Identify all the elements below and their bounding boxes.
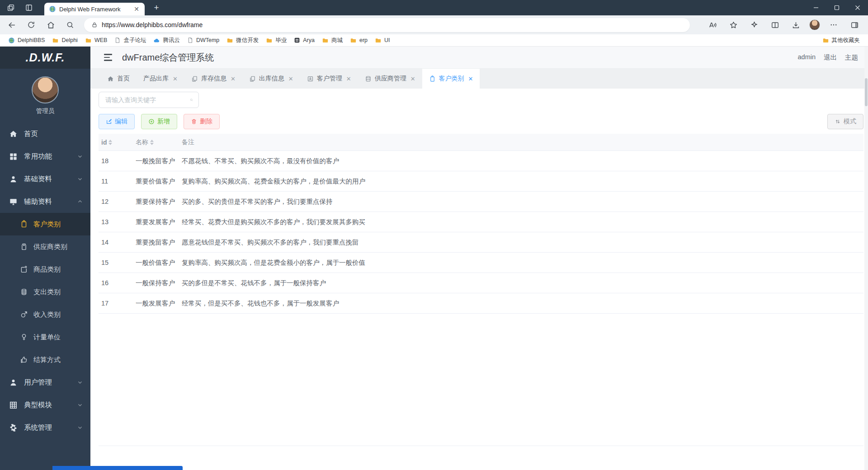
browser-essentials-icon[interactable] xyxy=(747,18,761,32)
delete-button[interactable]: 删除 xyxy=(184,114,220,129)
sidebar-item-customer-category[interactable]: 客户类别 xyxy=(0,213,90,235)
globe-favicon xyxy=(49,5,56,13)
bookmark-item[interactable]: 盒子论坛 xyxy=(111,35,150,46)
bookmark-item[interactable]: Delphi xyxy=(48,36,81,45)
logout-link[interactable]: 退出 xyxy=(824,53,837,62)
tab-outbound-info[interactable]: 出库信息 ✕ xyxy=(242,69,300,89)
table-row[interactable]: 18 一般挽留客户 不愿花钱、不常买、购买频次不高，最没有价值的客户 xyxy=(99,151,863,171)
browser-tab[interactable]: Delphi Web Framework ✕ xyxy=(44,3,145,15)
bookmark-item[interactable]: 商城 xyxy=(318,35,346,46)
sidebar-item-auxiliary-data[interactable]: 辅助资料 xyxy=(0,190,90,213)
sidebar-item-common-functions[interactable]: 常用功能 xyxy=(0,145,90,168)
bookmark-item[interactable]: WEB xyxy=(81,36,111,45)
new-tab-button[interactable]: + xyxy=(150,1,163,14)
page-scrollbar[interactable] xyxy=(864,47,868,470)
edit-button[interactable]: 编辑 xyxy=(99,114,135,129)
sort-icon[interactable] xyxy=(108,140,112,145)
bookmark-item[interactable]: DelphiBBS xyxy=(5,36,48,45)
tab-supplier-management[interactable]: 供应商管理 ✕ xyxy=(358,69,422,89)
bookmark-item[interactable]: 毕业 xyxy=(262,35,290,46)
data-table: id 名称 备注 18 一般挽留客户 xyxy=(99,134,863,314)
table-row[interactable]: 16 一般保持客户 买的多但是不常买、花钱不多，属于一般保持客户 xyxy=(99,273,863,293)
app-header: dwFrame综合管理系统 admin 退出 主题 xyxy=(90,47,868,69)
bookmark-item[interactable]: DWTemp xyxy=(184,36,223,45)
tab-inventory-info[interactable]: 库存信息 ✕ xyxy=(184,69,242,89)
bookmark-item[interactable]: 腾讯云 xyxy=(150,35,184,46)
scrollbar-thumb[interactable] xyxy=(865,78,868,106)
profile-avatar[interactable] xyxy=(809,19,820,30)
close-icon[interactable]: ✕ xyxy=(468,75,473,82)
tab-product-outbound[interactable]: 产品出库 ✕ xyxy=(137,69,184,89)
sidebar-toggle-icon[interactable] xyxy=(847,18,862,32)
tab-actions-icon[interactable] xyxy=(22,1,36,14)
avatar[interactable] xyxy=(32,76,59,103)
sidebar-item-settlement-method[interactable]: 结算方式 xyxy=(0,348,90,371)
close-icon[interactable]: ✕ xyxy=(288,75,293,82)
more-menu-icon[interactable] xyxy=(826,18,841,32)
menu-toggle-icon[interactable] xyxy=(104,54,114,61)
sidebar-item-system-management[interactable]: 系统管理 xyxy=(0,416,90,439)
other-favorites[interactable]: 其他收藏夹 xyxy=(819,35,864,46)
column-header-id[interactable]: id xyxy=(99,139,133,146)
close-window-icon[interactable] xyxy=(847,0,868,15)
downloads-icon[interactable] xyxy=(788,18,803,32)
table-row[interactable]: 15 一般价值客户 复购率高、购买频次高，但是花费金额小的客户，属于一般价值 xyxy=(99,253,863,273)
home-icon[interactable] xyxy=(43,18,58,32)
search-input[interactable] xyxy=(99,92,190,108)
badge-tag-icon xyxy=(20,220,28,228)
refresh-icon[interactable] xyxy=(24,18,39,32)
table-row[interactable]: 11 重要价值客户 复购率高、购买频次高、花费金额大的客户，是价值最大的用户 xyxy=(99,171,863,192)
tab-home[interactable]: 首页 xyxy=(100,69,137,89)
content-panel: 编辑 新增 删除 模式 id xyxy=(90,89,868,470)
bookmark-item[interactable]: Arya xyxy=(290,36,318,45)
column-header-name[interactable]: 名称 xyxy=(133,138,179,146)
header-user[interactable]: admin xyxy=(798,53,816,62)
page-icon xyxy=(114,37,121,43)
sidebar-item-product-category[interactable]: 商品类别 xyxy=(0,258,90,281)
sidebar-item-measure-unit[interactable]: 计量单位 xyxy=(0,326,90,348)
theme-link[interactable]: 主题 xyxy=(845,53,858,62)
close-icon[interactable]: ✕ xyxy=(410,75,415,82)
split-screen-icon[interactable] xyxy=(768,18,782,32)
sidebar-item-expense-category[interactable]: 支出类别 xyxy=(0,281,90,303)
search-icon[interactable] xyxy=(190,96,193,103)
table-row[interactable]: 13 重要发展客户 经常买、花费大但是购买频次不多的客户，我们要发展其多购买 xyxy=(99,212,863,232)
close-icon[interactable]: ✕ xyxy=(346,75,351,82)
female-icon xyxy=(20,333,28,341)
close-icon[interactable]: ✕ xyxy=(173,75,178,82)
search-icon[interactable] xyxy=(62,18,78,32)
bookmark-item[interactable]: erp xyxy=(346,36,371,45)
add-button[interactable]: 新增 xyxy=(141,114,177,129)
mode-button[interactable]: 模式 xyxy=(827,114,863,129)
tab-customer-management[interactable]: 客户管理 ✕ xyxy=(300,69,358,89)
sidebar-item-home[interactable]: 首页 xyxy=(0,122,90,145)
bookmark-item[interactable]: 微信开发 xyxy=(223,35,262,46)
sidebar-item-base-data[interactable]: 基础资料 xyxy=(0,168,90,190)
maximize-icon[interactable] xyxy=(826,0,847,15)
bookmark-item[interactable]: UI xyxy=(371,36,394,45)
monitor-icon xyxy=(9,197,18,206)
back-icon[interactable] xyxy=(4,18,19,32)
cell-name: 重要价值客户 xyxy=(133,177,179,186)
cloud-icon xyxy=(153,37,160,44)
table-row[interactable]: 14 重要挽留客户 愿意花钱但是不常买、购买频次不多的客户，我们要重点挽留 xyxy=(99,232,863,253)
sidebar-item-typical-modules[interactable]: 典型模块 xyxy=(0,394,90,416)
tab-close-icon[interactable]: ✕ xyxy=(132,5,141,13)
thumbs-up-icon xyxy=(20,356,28,364)
read-aloud-icon[interactable] xyxy=(705,18,720,32)
sidebar-item-income-category[interactable]: 收入类别 xyxy=(0,303,90,326)
workspaces-icon[interactable] xyxy=(4,1,18,14)
sort-icon[interactable] xyxy=(150,140,154,145)
tab-customer-category[interactable]: 客户类别 ✕ xyxy=(422,69,480,89)
sidebar-item-user-management[interactable]: 用户管理 xyxy=(0,371,90,394)
table-row[interactable]: 17 一般发展客户 经常买，但是买不多、花钱也不多，属于一般发展客户 xyxy=(99,293,863,314)
sidebar-item-supplier-category[interactable]: 供应商类别 xyxy=(0,235,90,258)
cell-remark: 经常买，但是买不多、花钱也不多，属于一般发展客户 xyxy=(179,299,863,308)
address-bar[interactable]: https://www.delphibbs.com/dwframe xyxy=(84,18,690,32)
trash-icon xyxy=(191,118,197,125)
table-row[interactable]: 12 重要保持客户 买的多、买的贵但是不常买的客户，我们要重点保持 xyxy=(99,192,863,212)
cell-name: 重要保持客户 xyxy=(133,197,179,206)
close-icon[interactable]: ✕ xyxy=(231,75,236,82)
favorite-star-icon[interactable] xyxy=(726,18,741,32)
minimize-icon[interactable] xyxy=(806,0,826,15)
